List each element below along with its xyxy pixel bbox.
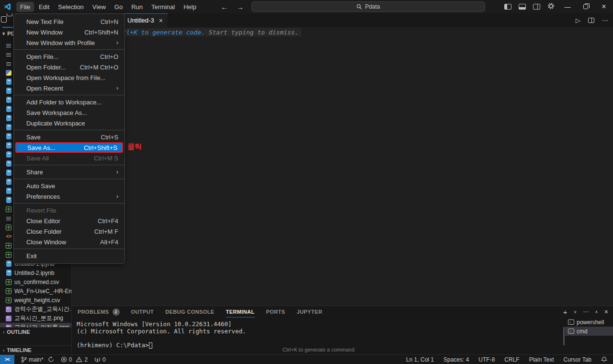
- toggle-secondary-sidebar-icon[interactable]: [533, 4, 540, 10]
- scrollbar-thumb[interactable]: [563, 327, 565, 345]
- git-branch-icon: [21, 356, 27, 363]
- menu-item-share[interactable]: Share›: [15, 167, 123, 177]
- terminal-instance-cmd[interactable]: c:cmd: [565, 327, 613, 336]
- menu-item-label: Open Recent: [26, 85, 63, 92]
- menubar-item-go[interactable]: Go: [111, 2, 126, 12]
- panel-tab-ports[interactable]: PORTS: [266, 306, 285, 318]
- error-count: 0: [69, 356, 72, 363]
- xml-file-icon: <>: [6, 233, 12, 239]
- menu-item-shortcut: Ctrl+Shift+S: [84, 144, 117, 151]
- menu-item-save[interactable]: SaveCtrl+S: [15, 132, 123, 142]
- menu-item-open-file[interactable]: Open File...Ctrl+O: [15, 51, 123, 62]
- history-back-icon[interactable]: ←: [221, 3, 228, 11]
- menu-item-close-window[interactable]: Close WindowAlt+F4: [15, 237, 123, 247]
- statusbar-ln-1-col-1[interactable]: Ln 1, Col 1: [406, 356, 434, 363]
- split-editor-icon[interactable]: [588, 18, 594, 23]
- menubar-item-help[interactable]: Help: [180, 2, 200, 12]
- menu-item-label: Add Folder to Workspace...: [26, 99, 102, 106]
- window-restore-button[interactable]: [577, 0, 595, 13]
- bell-icon[interactable]: [601, 356, 607, 363]
- menu-item-new-text-file[interactable]: New Text FileCtrl+N: [15, 16, 123, 27]
- menubar-item-terminal[interactable]: Terminal: [148, 2, 179, 12]
- menu-item-duplicate-workspace[interactable]: Duplicate Workspace: [15, 118, 123, 128]
- menu-item-label: Close Folder: [26, 228, 62, 235]
- toggle-sidebar-icon[interactable]: [504, 4, 511, 10]
- terminal-instance-powershell[interactable]: >_powershell: [565, 318, 613, 327]
- remote-icon: ><: [5, 357, 10, 362]
- menu-item-label: Auto Save: [26, 182, 55, 190]
- timeline-section-header[interactable]: › TIMELINE: [0, 345, 71, 354]
- more-actions-icon[interactable]: ⋯: [602, 17, 608, 24]
- menu-item-open-recent[interactable]: Open Recent›: [15, 83, 123, 93]
- outline-section-header[interactable]: › OUTLINE: [0, 327, 71, 336]
- panel-tab-jupyter[interactable]: JUPYTER: [296, 306, 322, 318]
- panel-more-icon[interactable]: ⋯: [583, 308, 589, 315]
- ports-status[interactable]: 0: [94, 356, 106, 363]
- window-minimize-button[interactable]: —: [558, 0, 577, 13]
- window-close-button[interactable]: ×: [595, 0, 613, 13]
- menu-item-auto-save[interactable]: Auto Save: [15, 181, 123, 191]
- menu-item-new-window-with-profile[interactable]: New Window with Profile›: [15, 37, 123, 48]
- menu-item-shortcut: Ctrl+S: [101, 134, 118, 141]
- tab-label: Untitled-3: [127, 17, 154, 24]
- menubar-item-run[interactable]: Run: [127, 2, 147, 12]
- tree-item-경력수준별-교육시간[interactable]: 경력수준별_교육시간...: [0, 305, 71, 314]
- run-button[interactable]: ▷: [576, 17, 580, 24]
- tree-item-교육시간-분포-png[interactable]: 교육시간_분포.png: [0, 314, 71, 323]
- problems-status[interactable]: 0 2: [61, 356, 88, 363]
- tree-item-weight-height-csv[interactable]: weight_height.csv: [0, 296, 71, 305]
- outline-label: OUTLINE: [7, 329, 30, 335]
- menubar-item-view[interactable]: View: [89, 2, 110, 12]
- statusbar-crlf[interactable]: CRLF: [504, 356, 519, 363]
- submenu-chevron-icon: ›: [116, 39, 118, 46]
- chevron-right-icon: ›: [3, 330, 4, 335]
- menu-item-preferences[interactable]: Preferences›: [15, 191, 123, 202]
- tree-item-wa-fn-usec-hr-em[interactable]: WA_Fn-UseC_-HR-Em...: [0, 286, 71, 296]
- history-forward-icon[interactable]: →: [237, 3, 244, 11]
- statusbar-spaces-4[interactable]: Spaces: 4: [443, 356, 469, 363]
- remote-indicator[interactable]: ><: [0, 355, 14, 364]
- menu-item-label: New Window with Profile: [26, 39, 95, 46]
- panel-close-icon[interactable]: ×: [604, 308, 608, 316]
- menu-item-label: Save Workspace As...: [26, 109, 87, 116]
- panel-maximize-icon[interactable]: ∧: [595, 309, 598, 314]
- panel-tab-debug-console[interactable]: DEBUG CONSOLE: [165, 306, 214, 318]
- menu-item-new-window[interactable]: New WindowCtrl+Shift+N: [15, 27, 123, 37]
- menu-item-add-folder-to-workspace[interactable]: Add Folder to Workspace...: [15, 97, 123, 107]
- toggle-panel-icon[interactable]: [519, 4, 526, 10]
- menu-item-shortcut: Ctrl+N: [101, 18, 118, 25]
- menubar-item-file[interactable]: File: [16, 2, 34, 12]
- terminal-dropdown-icon[interactable]: ∨: [574, 309, 577, 314]
- menu-item-close-editor[interactable]: Close EditorCtrl+F4: [15, 216, 123, 226]
- editor-body[interactable]: Ctrl+K to generate code. Start typing to…: [72, 27, 613, 306]
- panel-tab-output[interactable]: OUTPUT: [131, 306, 154, 318]
- git-branch-status[interactable]: main*: [21, 356, 54, 363]
- terminal-instance-name: cmd: [577, 328, 588, 335]
- tree-item-us-confirmed-csv[interactable]: us_confirmed.csv: [0, 277, 71, 286]
- panel-tab-terminal[interactable]: TERMINAL: [226, 306, 255, 318]
- notebook-file-icon: [6, 142, 11, 148]
- tree-item-untitled-2-ipynb[interactable]: Untitled-2.ipynb: [0, 268, 71, 277]
- sync-icon[interactable]: [48, 356, 54, 363]
- menubar-item-selection[interactable]: Selection: [54, 2, 87, 12]
- menu-item-close-folder[interactable]: Close FolderCtrl+M F: [15, 226, 123, 237]
- statusbar-utf-8[interactable]: UTF-8: [478, 356, 495, 363]
- tab-close-icon[interactable]: ×: [159, 17, 163, 24]
- menu-item-open-workspace-from-file[interactable]: Open Workspace from File...: [15, 72, 123, 83]
- command-center-search[interactable]: Pdata: [251, 1, 485, 12]
- settings-gear-icon[interactable]: [547, 2, 555, 11]
- search-value: Pdata: [365, 3, 380, 10]
- menu-item-label: Save As...: [27, 144, 56, 151]
- statusbar-cursor-tab[interactable]: Cursor Tab: [564, 356, 591, 363]
- menu-item-exit[interactable]: Exit: [15, 250, 123, 261]
- menu-item-shortcut: Ctrl+M F: [94, 228, 118, 235]
- menubar-item-edit[interactable]: Edit: [35, 2, 53, 12]
- menu-item-save-as[interactable]: Save As...Ctrl+Shift+S: [15, 142, 123, 153]
- bottom-panel: PROBLEMS2OUTPUTDEBUG CONSOLETERMINALPORT…: [72, 306, 613, 354]
- menu-item-save-workspace-as[interactable]: Save Workspace As...: [15, 107, 123, 118]
- new-terminal-icon[interactable]: +: [563, 308, 568, 316]
- panel-tab-label: TERMINAL: [226, 309, 255, 315]
- panel-tab-problems[interactable]: PROBLEMS2: [78, 306, 120, 318]
- menu-item-open-folder[interactable]: Open Folder...Ctrl+M Ctrl+O: [15, 62, 123, 72]
- statusbar-plain-text[interactable]: Plain Text: [529, 356, 554, 363]
